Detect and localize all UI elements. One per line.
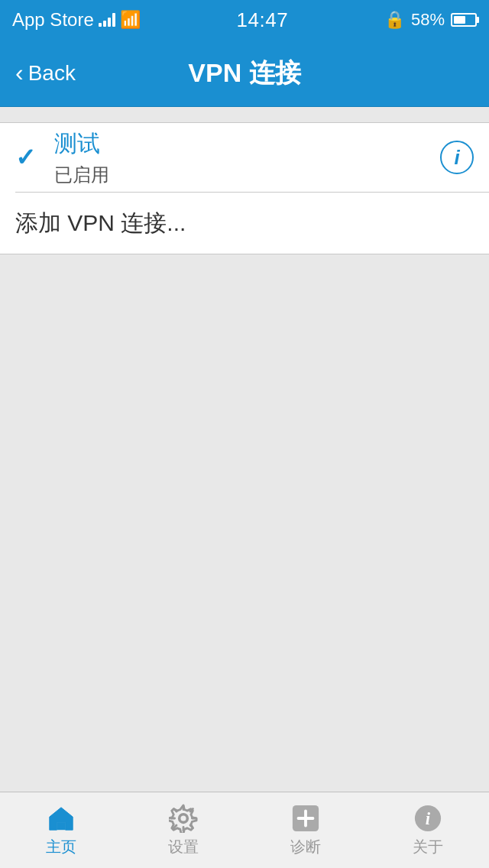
- battery-percent: 58%: [411, 10, 445, 30]
- back-button[interactable]: ‹ Back: [0, 40, 91, 106]
- tab-diagnostics-label: 诊断: [290, 837, 321, 857]
- signal-icon: [99, 13, 115, 27]
- tab-about-label: 关于: [413, 837, 443, 857]
- status-bar: App Store 📶 14:47 🔒 58%: [0, 0, 489, 40]
- tab-about[interactable]: i 关于: [367, 792, 489, 868]
- add-vpn-label: 添加 VPN 连接...: [15, 208, 186, 239]
- svg-rect-0: [57, 823, 65, 831]
- wifi-icon: 📶: [120, 10, 141, 30]
- tab-home[interactable]: 主页: [0, 792, 122, 868]
- tab-settings-label: 设置: [168, 837, 199, 857]
- vpn-info-button[interactable]: i: [440, 141, 474, 174]
- info-circle-icon: i: [413, 803, 443, 834]
- chevron-left-icon: ‹: [15, 59, 24, 87]
- tab-diagnostics[interactable]: 诊断: [244, 792, 367, 868]
- tab-bar: 主页 设置: [0, 792, 489, 868]
- vpn-item-name: 测试: [54, 128, 440, 160]
- clock: 14:47: [237, 8, 289, 32]
- tab-home-label: 主页: [46, 837, 76, 857]
- gear-icon: [168, 803, 199, 834]
- content-area: [0, 254, 489, 690]
- page-title: VPN 连接: [188, 56, 300, 91]
- vpn-item[interactable]: ✓ 测试 已启用 i: [0, 123, 489, 192]
- nav-bar: ‹ Back VPN 连接: [0, 40, 489, 107]
- carrier-label: App Store: [12, 9, 94, 31]
- separator-gap: [0, 107, 489, 122]
- back-label: Back: [28, 61, 76, 86]
- svg-line-10: [174, 825, 176, 828]
- svg-point-2: [180, 815, 187, 822]
- plus-square-icon: [290, 803, 321, 834]
- vpn-item-status: 已启用: [54, 163, 440, 187]
- status-right: 🔒 58%: [384, 10, 477, 30]
- vpn-item-content: 测试 已启用: [54, 128, 440, 187]
- home-icon: [46, 803, 76, 834]
- tab-settings[interactable]: 设置: [122, 792, 244, 868]
- svg-text:i: i: [426, 809, 431, 828]
- lock-icon: 🔒: [384, 10, 405, 30]
- checkmark-icon: ✓: [15, 143, 36, 172]
- battery-icon: [451, 13, 477, 27]
- add-vpn-button[interactable]: 添加 VPN 连接...: [0, 193, 489, 254]
- vpn-list-section: ✓ 测试 已启用 i 添加 VPN 连接...: [0, 122, 489, 254]
- status-left: App Store 📶: [12, 9, 141, 31]
